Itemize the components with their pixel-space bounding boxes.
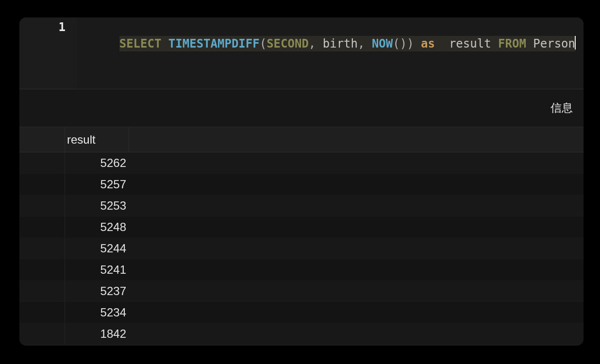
cell-result: 5241 [65, 263, 129, 277]
rownum-cell [19, 174, 65, 195]
sql-token-second: SECOND [267, 37, 309, 50]
sql-token-as: as [421, 37, 435, 50]
cell-result: 5253 [65, 199, 129, 213]
table-row[interactable]: 5234 [19, 302, 583, 323]
cell-result: 5257 [65, 178, 129, 191]
rownum-cell [19, 302, 65, 323]
sql-token-select: SELECT [119, 37, 162, 50]
rownum-cell [19, 323, 65, 344]
sql-token-func: TIMESTAMPDIFF [168, 37, 260, 50]
cell-result: 5244 [65, 242, 129, 255]
results-tabbar: 信息 [19, 89, 583, 127]
column-header-result[interactable]: result [65, 127, 129, 152]
table-row[interactable]: 5253 [19, 195, 583, 216]
results-table: result 5262 5257 5253 5248 5244 5241 52 [19, 127, 583, 345]
cell-result: 5262 [65, 156, 129, 170]
sql-token-result: result [449, 37, 491, 50]
line-number: 1 [19, 20, 66, 34]
sql-token-person: Person [533, 37, 575, 50]
cell-result: 5248 [65, 220, 129, 234]
editor-code-area[interactable]: SELECT TIMESTAMPDIFF(SECOND, birth, NOW(… [77, 17, 583, 89]
cell-result: 5237 [65, 284, 129, 298]
results-header-row: result [19, 127, 583, 152]
sql-line[interactable]: SELECT TIMESTAMPDIFF(SECOND, birth, NOW(… [119, 36, 576, 51]
header-rownum-cell [19, 127, 65, 152]
table-row[interactable]: 5237 [19, 281, 583, 302]
table-row[interactable]: 5241 [19, 259, 583, 281]
rownum-cell [19, 152, 65, 173]
cell-result: 5234 [65, 306, 129, 319]
rownum-cell [19, 216, 65, 237]
sql-token-rparen: ) [407, 37, 414, 50]
rownum-cell [19, 195, 65, 216]
sql-token-lparen: ( [260, 37, 267, 50]
sql-token-from: FROM [498, 37, 526, 50]
editor-gutter: 1 [19, 17, 77, 89]
table-row[interactable]: 5248 [19, 216, 583, 238]
table-row[interactable]: 1842 [19, 323, 583, 345]
tab-info[interactable]: 信息 [550, 97, 574, 119]
sql-token-birth: birth [323, 37, 358, 50]
table-row[interactable]: 5257 [19, 174, 583, 195]
sql-editor[interactable]: 1 SELECT TIMESTAMPDIFF(SECOND, birth, NO… [19, 17, 583, 89]
rownum-cell [19, 259, 65, 280]
table-row[interactable]: 5262 [19, 152, 583, 174]
sql-token-nowparen: () [393, 37, 407, 50]
sql-token-comma: , [309, 37, 316, 50]
sql-token-comma: , [358, 37, 365, 50]
table-row[interactable]: 5244 [19, 238, 583, 259]
sql-token-now: NOW [372, 37, 393, 50]
rownum-cell [19, 281, 65, 301]
cell-result: 1842 [65, 327, 129, 341]
sql-editor-window: 1 SELECT TIMESTAMPDIFF(SECOND, birth, NO… [19, 17, 583, 346]
editor-cursor-icon [575, 36, 576, 50]
rownum-cell [19, 238, 65, 259]
